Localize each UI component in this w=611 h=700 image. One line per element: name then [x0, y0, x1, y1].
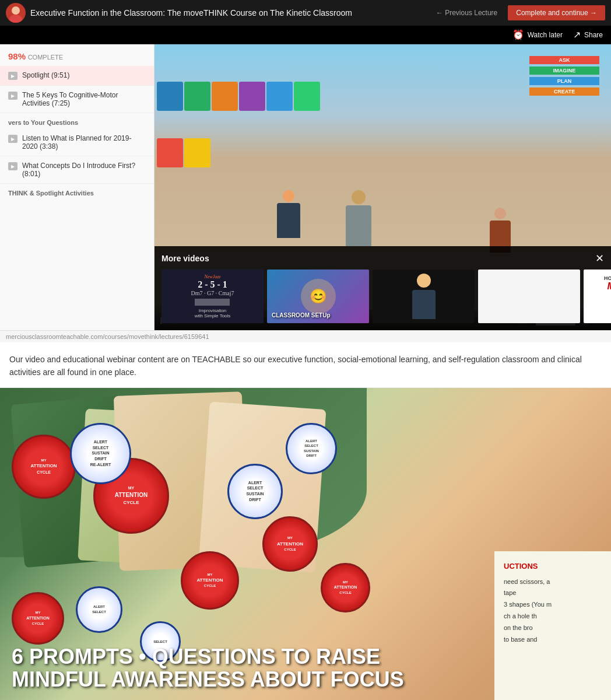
notes-line5: ch a hole th: [504, 611, 602, 622]
text-content: Our video and educational webinar conten…: [9, 353, 602, 379]
notes-line3: tape: [504, 587, 602, 599]
overlay-text-block: 6 PROMPTS • QUESTIONS TO RAISE MINDFUL A…: [12, 645, 404, 691]
main-layout: 98% COMPLETE ▶ Spotlight (9:51) ▶ The 5 …: [0, 44, 611, 330]
sidebar-item-5keys[interactable]: ▶ The 5 Keys To Cognitive-Motor Activiti…: [0, 86, 154, 113]
sticker-red-4: MY ATTENTION CYCLE: [12, 592, 64, 645]
thumb1-line2: 2 - 5 - 1: [191, 279, 234, 290]
more-videos-header: More videos ✕: [161, 253, 604, 264]
avatar: [6, 3, 26, 23]
top-bar: Executive Function in the Classroom: The…: [0, 0, 611, 26]
notes-line1: UCTIONS: [504, 561, 602, 573]
svg-point-1: [9, 15, 22, 23]
sidebar-section-title-2: THINK & Spotlight Activities: [0, 184, 154, 200]
sidebar-item-label-3: Listen to What is Planned for 2019-2020 …: [22, 134, 146, 150]
prev-lecture-button[interactable]: ← Previous Lecture: [430, 6, 503, 19]
sticker-blue-3: ALERTSELECTSUSTAINDRIFT: [286, 423, 337, 474]
sticker-blue-4: ALERTSELECT: [76, 586, 122, 633]
thumb1-line1: NewJazz: [191, 274, 234, 279]
share-area: ↗ Share: [573, 29, 603, 40]
watch-later-label[interactable]: Watch later: [528, 31, 563, 39]
thumb5-line1: HOW TO PAY OFF YOUR: [604, 275, 611, 281]
thumbnail-jazz[interactable]: NewJazz 2 - 5 - 1 Dm7 · G7 · Cmaj7 Impro…: [161, 270, 264, 323]
url-bar: merciousclassroomteachable.com/courses/m…: [0, 330, 611, 342]
more-videos-overlay: More videos ✕ NewJazz 2 - 5 - 1 Dm7 · G7…: [154, 246, 611, 330]
notes-line4: 3 shapes (You m: [504, 599, 602, 611]
watch-later-area: ⏰ Watch later: [512, 29, 563, 40]
sticker-red-1: MY ATTENTION CYCLE: [12, 435, 76, 499]
sticker-background: MY ATTENTION CYCLE MY ATTENTION CYCLE MY…: [0, 388, 611, 700]
video-thumbnails-row: NewJazz 2 - 5 - 1 Dm7 · G7 · Cmaj7 Impro…: [161, 270, 604, 323]
url-text: merciousclassroomteachable.com/courses/m…: [6, 333, 209, 340]
video-container[interactable]: ASK IMAGINE PLAN CREATE More videos ✕: [154, 44, 611, 330]
sticker-red-5: MY ATTENTION CYCLE: [262, 516, 318, 572]
play-icon-2: ▶: [8, 92, 17, 100]
thumbnail-mortgage[interactable]: HOW TO PAY OFF YOUR MORTGAGE IN 5-7 YEAR…: [584, 270, 611, 323]
notes-line7: to base and: [504, 634, 602, 646]
attention-cycle-image: MY ATTENTION CYCLE MY ATTENTION CYCLE MY…: [0, 388, 611, 700]
sidebar-item-label-4: What Concepts Do I Introduce First? (8:0…: [22, 162, 146, 178]
complete-continue-button[interactable]: Complete and continue →: [508, 5, 605, 20]
staff-lines: [524, 272, 535, 300]
sidebar-item-concepts[interactable]: ▶ What Concepts Do I Introduce First? (8…: [0, 156, 154, 184]
close-more-videos-button[interactable]: ✕: [595, 253, 604, 264]
sticker-red-6: MY ATTENTION CYCLE: [321, 563, 370, 612]
overlay-line2: MINDFUL AWARENESS ABOUT FOCUS: [12, 668, 404, 691]
thumb1-line3: Dm7 · G7 · Cmaj7: [191, 290, 234, 296]
thumbnail-classroom-setup[interactable]: 😊 CLASSROOM SETUp: [267, 270, 369, 323]
sidebar: 98% COMPLETE ▶ Spotlight (9:51) ▶ The 5 …: [0, 44, 154, 330]
text-section: Our video and educational webinar conten…: [0, 342, 611, 388]
thumb1-line5: with Simple Tools: [191, 313, 234, 318]
sidebar-item-planned[interactable]: ▶ Listen to What is Planned for 2019-202…: [0, 129, 154, 156]
sidebar-progress: 98% COMPLETE: [0, 44, 154, 66]
thumb2-label: CLASSROOM SETUp: [272, 312, 331, 318]
progress-label: COMPLETE: [28, 54, 64, 61]
video-title: Executive Function in the Classroom: The…: [30, 8, 426, 18]
staff-lines-2: [524, 300, 535, 324]
play-icon-4: ▶: [8, 162, 17, 170]
sidebar-section-title: vers to Your Questions: [0, 113, 154, 129]
sidebar-item-label-2: The 5 Keys To Cognitive-Motor Activities…: [22, 91, 146, 107]
notes-line6: on the bro: [504, 622, 602, 634]
progress-percent: 98%: [8, 51, 26, 61]
thumb1-line4: Improvisation: [191, 308, 234, 313]
thumb5-line2: MORTGAGE: [604, 281, 611, 292]
svg-point-0: [12, 6, 20, 15]
play-icon-3: ▶: [8, 135, 17, 143]
sticker-blue-2: ALERTSELECTSUSTAINDRIFT: [227, 464, 283, 519]
sticker-blue-1: ALERTSELECTSUSTAINDRIFTRE-ALERT: [70, 423, 131, 484]
play-icon: ▶: [8, 72, 17, 80]
share-label[interactable]: Share: [584, 31, 603, 39]
sidebar-item-spotlight[interactable]: ▶ Spotlight (9:51): [0, 66, 154, 86]
handwritten-notes: UCTIONS need scissors, a tape 3 shapes (…: [494, 551, 611, 700]
thumbnail-speaker[interactable]: [373, 270, 475, 323]
thumb5-line3: IN 5-7 YEARS!: [604, 292, 611, 298]
overlay-line1: 6 PROMPTS • QUESTIONS TO RAISE: [12, 645, 404, 668]
sidebar-item-label: Spotlight (9:51): [22, 71, 69, 79]
thumbnail-sheet-music[interactable]: level 7: [478, 270, 580, 323]
sticker-red-3: MY ATTENTION CYCLE: [181, 551, 239, 610]
more-videos-title: More videos: [161, 254, 209, 263]
notes-line2: need scissors, a: [504, 576, 602, 588]
